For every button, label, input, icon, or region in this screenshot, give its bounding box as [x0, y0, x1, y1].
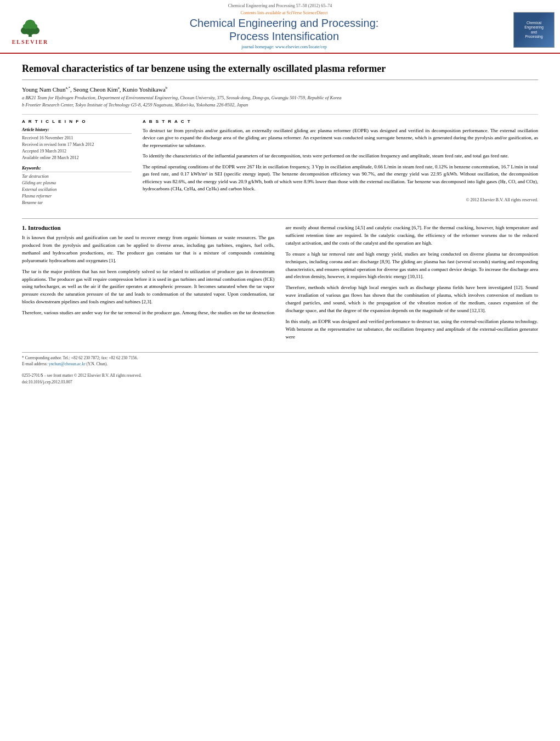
body-para1: It is known that pyrolysis and gasificat… [22, 234, 275, 265]
article-content: Removal characteristics of tar benzene u… [0, 54, 560, 394]
section1-heading: 1. Introduction [22, 224, 275, 231]
body-section: 1. Introduction It is known that pyrolys… [22, 218, 538, 344]
copyright: © 2012 Elsevier B.V. All rights reserved… [143, 197, 538, 202]
abstract-para2: To identify the characteristics of the i… [143, 152, 538, 160]
affil2: b Frontier Research Center, Tokyo Instit… [22, 102, 538, 109]
body-col-right: are mostly about thermal cracking [4,5] … [286, 224, 539, 344]
keywords-title: Keywords: [22, 166, 132, 172]
affil1: a BK21 Team for Hydrogen Production, Dep… [22, 95, 538, 101]
keyword-5: Benzene tar [22, 200, 132, 206]
elsevier-text: ELSEVIER [12, 39, 49, 45]
body-para7: In this study, an EOPR was designed and … [286, 318, 539, 341]
history-title: Article history: [22, 127, 132, 134]
email-link[interactable]: ynchun@chosun.ac.kr [49, 361, 86, 366]
footnote-area: * Corresponding author. Tel.: +82 62 230… [22, 352, 538, 385]
received-date: Received 16 November 2011 [22, 135, 132, 142]
journal-ref: Chemical Engineering and Processing 57–5… [0, 3, 560, 8]
homepage-link[interactable]: www.elsevier.com/locate/cep [275, 44, 327, 49]
svg-point-5 [23, 24, 29, 29]
body-para6: Therefore, methods which develop high lo… [286, 284, 539, 315]
affiliations: a BK21 Team for Hydrogen Production, Dep… [22, 95, 538, 109]
footnote-star: * Corresponding author. Tel.: +82 62 230… [22, 355, 538, 361]
article-title: Removal characteristics of tar benzene u… [22, 63, 538, 80]
article-info-label: A R T I C L E I N F O [22, 119, 132, 124]
elsevier-logo: ELSEVIER [5, 15, 55, 45]
sciverse-link: Contents lists available at SciVerse Sci… [55, 10, 513, 15]
footnote-doi: doi:10.1016/j.cep.2012.03.007 [22, 379, 538, 385]
keyword-4: Plasma reformer [22, 193, 132, 200]
footnote-issn: 0255-2701/$ – see front matter © 2012 El… [22, 372, 538, 378]
sciverse-highlight[interactable]: SciVerse ScienceDirect [287, 10, 328, 15]
journal-name: Chemical Engineering and Processing: Pro… [55, 16, 513, 43]
elsevier-tree-icon [14, 17, 47, 38]
keyword-2: Gliding arc plasma [22, 180, 132, 186]
keywords: Keywords: Tar destruction Gliding arc pl… [22, 166, 132, 206]
keyword-1: Tar destruction [22, 173, 132, 180]
journal-header: Chemical Engineering and Processing 57–5… [0, 0, 560, 54]
body-two-col: 1. Introduction It is known that pyrolys… [22, 224, 538, 344]
journal-title-center: Contents lists available at SciVerse Sci… [55, 10, 513, 49]
journal-thumbnail: Chemical Engineering and Processing [513, 12, 555, 48]
abstract-col: A B S T R A C T To destruct tar from pyr… [143, 119, 538, 211]
body-col-left: 1. Introduction It is known that pyrolys… [22, 224, 275, 344]
keyword-3: External oscillation [22, 186, 132, 193]
body-para4: are mostly about thermal cracking [4,5] … [286, 224, 539, 247]
abstract-text: To destruct tar from pyrolysis and/or ga… [143, 127, 538, 193]
journal-header-main: ELSEVIER Contents lists available at Sci… [0, 10, 560, 53]
journal-homepage: journal homepage: www.elsevier.com/locat… [55, 44, 513, 49]
svg-point-6 [31, 24, 37, 29]
abstract-label: A B S T R A C T [143, 119, 538, 124]
abstract-para3: The optimal operating conditions of the … [143, 163, 538, 193]
body-para3: Therefore, various studies are under way… [22, 309, 275, 317]
accepted-date: Accepted 19 March 2012 [22, 148, 132, 155]
revised-date: Received in revised form 17 March 2012 [22, 142, 132, 148]
article-info-col: A R T I C L E I N F O Article history: R… [22, 119, 132, 211]
abstract-para1: To destruct tar from pyrolysis and/or ga… [143, 127, 538, 150]
body-para2: The tar is the major problem that has no… [22, 268, 275, 307]
footnote-email: E-mail address: ynchun@chosun.ac.kr (Y.N… [22, 361, 538, 367]
authors: Young Nam Chuna,*, Seong Cheon Kima, Kun… [22, 86, 538, 93]
journal-thumb-text: Chemical Engineering and Processing [524, 21, 544, 39]
article-history: Article history: Received 16 November 20… [22, 127, 132, 161]
info-abstract-section: A R T I C L E I N F O Article history: R… [22, 114, 538, 211]
available-date: Available online 28 March 2012 [22, 155, 132, 161]
body-para5: To ensure a high tar removal rate and hi… [286, 251, 539, 281]
